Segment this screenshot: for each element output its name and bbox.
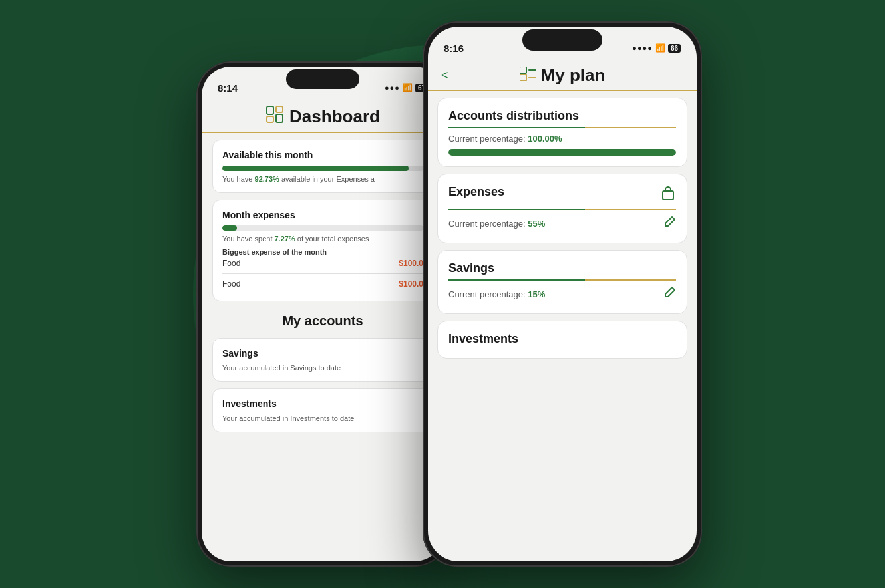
accounts-dist-progress [448,149,676,156]
svg-rect-3 [276,114,283,122]
plan-icon [520,67,536,84]
savings-edit-icon[interactable] [663,286,676,303]
savings-plan-card: Savings Current percentage: 15% [437,250,687,314]
available-progress-fill [222,166,409,171]
savings-plan-highlight: 15% [528,289,545,299]
expense-amount-1: $100.0 [399,259,423,268]
savings-card-title: Savings [222,348,423,359]
plan-content: < My plan Accounts distributions [428,60,697,561]
plan-title: My plan [541,65,606,86]
signal-icon-back: ●●● [385,84,400,92]
phone-front: 8:16 ●●●● 📶 66 < [423,21,702,567]
accounts-dist-title: Accounts distributions [448,109,676,123]
dashboard-title: Dashboard [289,106,380,127]
available-highlight: 92.73% [255,175,279,183]
dynamic-island-back [286,69,359,89]
screen-back: 8:14 ●●● 📶 67 [202,67,444,561]
signal-icon-front: ●●●● [632,44,653,52]
available-card-text: You have 92.73% available in your Expens… [222,175,423,183]
svg-rect-0 [267,106,273,114]
back-button[interactable]: < [441,69,448,82]
expense-divider-1 [222,273,423,274]
expense-row-1: Food $100.0 [222,256,423,271]
dashboard-icon [266,105,284,128]
savings-card: Savings Your accumulated in Savings to d… [212,338,433,382]
svg-rect-8 [663,191,673,200]
shopping-bag-icon [660,185,676,205]
expense-row-2: Food $100.0 [222,277,423,291]
accounts-dist-highlight: 100.00% [528,134,562,144]
expense-label-1: Food [222,259,240,268]
expenses-plan-title: Expenses [448,185,504,199]
expenses-card-text: You have spent 7.27% of your total expen… [222,235,423,243]
expenses-plan-header: Expenses [448,185,676,205]
available-card: Available this month You have 92.73% ava… [212,140,433,193]
status-time-front: 8:16 [444,43,464,54]
savings-card-subtitle: Your accumulated in Savings to date [222,364,423,372]
accounts-dist-divider [448,127,676,128]
expenses-card-title: Month expenses [222,210,423,220]
status-icons-front: ●●●● 📶 66 [632,43,681,53]
phone-back: 8:14 ●●● 📶 67 [196,61,449,567]
expenses-plan-card: Expenses Current percentage: 55% [437,174,687,243]
svg-rect-5 [520,74,526,81]
status-icons-back: ●●● 📶 67 [385,83,428,92]
expense-amount-2: $100.0 [399,279,423,289]
investments-card: Investments Your accumulated in Investme… [212,388,433,432]
accounts-dist-fill [448,149,676,156]
expenses-progress-fill [222,225,237,231]
investments-card-subtitle: Your accumulated in Investments to date [222,414,423,422]
plan-header: < My plan [428,60,697,91]
dashboard-content: Dashboard Available this month You have … [202,100,444,561]
svg-rect-2 [276,106,283,112]
svg-rect-1 [267,116,273,122]
expenses-plan-subtitle: Current percentage: 55% [448,219,545,229]
accounts-dist-card: Accounts distributions Current percentag… [437,98,687,167]
available-card-title: Available this month [222,150,423,160]
dashboard-header: Dashboard [202,100,444,133]
savings-plan-divider [448,279,676,281]
investments-card-title: Investments [222,398,423,409]
accounts-dist-subtitle: Current percentage: 100.00% [448,134,676,144]
investments-plan-title: Investments [448,332,676,346]
battery-front: 66 [668,44,681,53]
expenses-edit-icon[interactable] [663,216,676,232]
expenses-highlight: 7.27% [275,235,295,243]
savings-plan-title: Savings [448,261,676,275]
expenses-plan-divider [448,209,676,210]
status-time-back: 8:14 [218,82,238,94]
investments-plan-card: Investments [437,321,687,359]
wifi-icon-front: 📶 [655,43,665,53]
screen-front: 8:16 ●●●● 📶 66 < [428,27,697,561]
expense-label-2: Food [222,279,240,289]
dynamic-island-front [522,29,602,51]
available-progress-container [222,166,423,171]
expenses-progress-container [222,225,423,231]
accounts-section-title: My accounts [202,308,444,331]
biggest-expense-label: Biggest expense of the month [222,248,423,256]
savings-plan-subtitle: Current percentage: 15% [448,289,545,299]
expenses-plan-highlight: 55% [528,219,545,229]
phones-container: 8:14 ●●● 📶 67 [143,21,742,567]
wifi-icon-back: 📶 [403,83,413,92]
expenses-card: Month expenses You have spent 7.27% of y… [212,200,433,301]
svg-rect-4 [520,67,526,73]
